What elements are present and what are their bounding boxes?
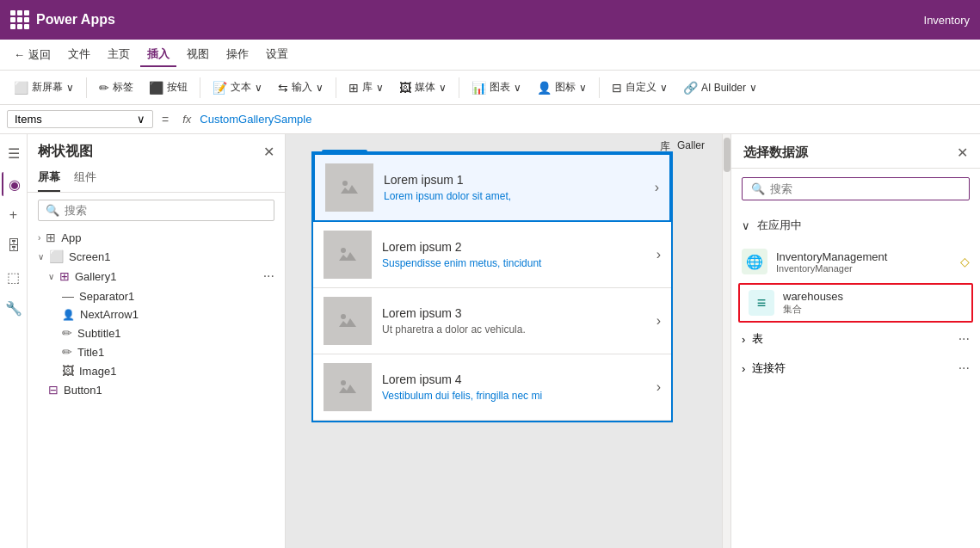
tree-item-separator-label: Separator1 (79, 290, 134, 303)
canvas-scrollbar[interactable] (722, 134, 730, 548)
gallery-item-content-4: Lorem ipsum 4 Vestibulum dui felis, frin… (382, 373, 646, 402)
tree-item-screen1[interactable]: ∨ ⬜ Screen1 (28, 247, 285, 266)
gallery-item-image-3 (324, 297, 372, 345)
toolbar-ai-builder[interactable]: 🔗 AI Builder ∨ (676, 77, 764, 98)
title-icon: ✏ (62, 345, 72, 359)
grid-icon (10, 10, 29, 29)
canvas-area: 库 Galler 按钮 Lorem ip (286, 134, 730, 548)
ds-table-header[interactable]: › 表 (742, 331, 763, 347)
inventory-main: InventoryManagement (776, 250, 887, 263)
toolbar-custom[interactable]: ⊟ 自定义 ∨ (605, 77, 675, 98)
tree-close-button[interactable]: ✕ (263, 144, 274, 160)
gallery-item-title-2: Lorem ipsum 2 (382, 240, 646, 254)
subtitle-icon: ✏ (62, 326, 72, 340)
formula-input[interactable] (200, 113, 973, 126)
separator-icon: — (62, 289, 74, 303)
toolbar-separator-5 (599, 77, 600, 98)
ds-table-section: › 表 ··· (731, 324, 980, 354)
sidebar-btn-layers[interactable]: ◉ (2, 172, 26, 196)
gallery-icon-tree: ⊞ (59, 269, 70, 283)
property-selector[interactable]: Items ∨ (7, 110, 153, 128)
toolbar-button[interactable]: ⬛ 按钮 (142, 77, 194, 98)
gallery-item-2[interactable]: Lorem ipsum 2 Suspendisse enim metus, ti… (313, 222, 671, 288)
tab-screens[interactable]: 屏幕 (38, 166, 60, 192)
toolbar-new-screen[interactable]: ⬜ 新屏幕 ∨ (7, 77, 81, 98)
gallery-item-4[interactable]: Lorem ipsum 4 Vestibulum dui felis, frin… (313, 354, 671, 421)
menu-home[interactable]: 主页 (101, 43, 137, 67)
menu-view[interactable]: 视图 (180, 43, 216, 67)
ds-close-button[interactable]: ✕ (957, 145, 968, 161)
ds-connector-section: › 连接符 ··· (731, 354, 980, 383)
ds-title: 选择数据源 (743, 145, 808, 161)
gallery-item-subtitle-3: Ut pharetra a dolor ac vehicula. (382, 323, 646, 336)
app-title: Power Apps (36, 12, 115, 28)
fx-icon: fx (182, 113, 191, 126)
library-dropdown-icon: ∨ (376, 82, 384, 94)
sidebar-btn-data[interactable]: 🗄 (2, 234, 26, 258)
ds-in-app-expand-icon: ∨ (742, 219, 750, 232)
property-value: Items (15, 113, 42, 126)
gallery-dots-menu[interactable]: ··· (263, 268, 274, 284)
toolbar-library[interactable]: ⊞ 库 ∨ (342, 77, 391, 98)
tree-search-box: 🔍 (38, 200, 274, 221)
gallery-item-content-1: Lorem ipsum 1 Lorem ipsum dolor sit amet… (384, 173, 644, 202)
tree-items: › ⊞ App ∨ ⬜ Screen1 ∨ ⊞ Gallery1 ··· — S… (28, 228, 285, 548)
gallery-item-content-3: Lorem ipsum 3 Ut pharetra a dolor ac veh… (382, 306, 646, 336)
screen-icon: ⬜ (14, 81, 28, 95)
svg-rect-4 (335, 308, 361, 334)
menu-settings[interactable]: 设置 (259, 43, 295, 67)
project-name: Inventory (924, 14, 970, 27)
screen-icon-tree: ⬜ (49, 249, 64, 263)
toolbar-media[interactable]: 🖼 媒体 ∨ (392, 77, 453, 98)
menu-file[interactable]: 文件 (61, 43, 97, 67)
tree-item-separator1[interactable]: — Separator1 (28, 286, 285, 305)
tab-components[interactable]: 组件 (74, 166, 96, 192)
top-bar: Power Apps Inventory (0, 0, 980, 40)
ds-table-more[interactable]: ··· (958, 331, 970, 347)
ds-item-inventory[interactable]: 🌐 InventoryManagement InventoryManager ◇ (731, 242, 980, 281)
nextarrow-icon: 👤 (62, 309, 75, 321)
tree-item-image1[interactable]: 🖼 Image1 (28, 361, 285, 380)
gallery-item-1[interactable]: Lorem ipsum 1 Lorem ipsum dolor sit amet… (313, 153, 671, 222)
ds-in-app-section: ∨ 在应用中 (731, 209, 980, 242)
sidebar-btn-plus[interactable]: + (2, 203, 26, 227)
ds-connector-expand-icon: › (742, 362, 745, 375)
menu-insert[interactable]: 插入 (140, 43, 176, 67)
expand-icon-gallery: ∨ (48, 272, 54, 281)
toolbar-chart[interactable]: 📊 图表 ∨ (465, 77, 528, 98)
menu-action[interactable]: 操作 (219, 43, 256, 67)
tree-item-button1[interactable]: ⊟ Button1 (28, 380, 285, 399)
svg-rect-0 (336, 175, 362, 200)
toolbar-text[interactable]: 📝 文本 ∨ (206, 77, 269, 98)
button1-icon: ⊟ (48, 383, 59, 397)
sidebar-btn-menu[interactable]: ☰ (2, 141, 26, 165)
label-icon: ✏ (99, 81, 109, 95)
ds-item-warehouses[interactable]: ≡ warehouses 集合 (738, 283, 973, 323)
toolbar-media-label: 媒体 (415, 80, 435, 95)
tree-item-app[interactable]: › ⊞ App (28, 228, 285, 247)
tree-item-title1[interactable]: ✏ Title1 (28, 342, 285, 361)
sidebar-btn-tools[interactable]: 🔧 (2, 296, 26, 320)
ds-connector-header[interactable]: › 连接符 (742, 360, 786, 376)
data-source-panel: 选择数据源 ✕ 🔍 ∨ 在应用中 🌐 InventoryManagement I… (730, 134, 980, 548)
toolbar-input[interactable]: ⇆ 输入 ∨ (271, 77, 330, 98)
tree-item-subtitle1[interactable]: ✏ Subtitle1 (28, 323, 285, 342)
tree-item-gallery1[interactable]: ∨ ⊞ Gallery1 ··· (28, 266, 285, 286)
tree-search-input[interactable] (65, 204, 267, 217)
svg-point-7 (341, 380, 346, 385)
toolbar-icon[interactable]: 👤 图标 ∨ (530, 77, 594, 98)
image-icon: 🖼 (62, 364, 74, 378)
toolbar-label[interactable]: ✏ 标签 (92, 77, 140, 98)
equals-sign: = (157, 113, 174, 126)
back-button[interactable]: ← 返回 (7, 44, 58, 66)
svg-point-3 (341, 248, 346, 253)
warehouses-sub: 集合 (783, 303, 843, 316)
sidebar-btn-connectors[interactable]: ⬚ (2, 265, 26, 289)
ds-in-app-header[interactable]: ∨ 在应用中 (742, 214, 970, 237)
tree-item-nextarrow1[interactable]: 👤 NextArrow1 (28, 305, 285, 323)
toolbar-chart-label: 图表 (490, 80, 510, 95)
ds-search-input[interactable] (770, 182, 960, 195)
icon-sidebar: ☰ ◉ + 🗄 ⬚ 🔧 (0, 134, 28, 548)
ds-connector-more[interactable]: ··· (958, 360, 970, 376)
gallery-item-3[interactable]: Lorem ipsum 3 Ut pharetra a dolor ac veh… (313, 288, 671, 354)
